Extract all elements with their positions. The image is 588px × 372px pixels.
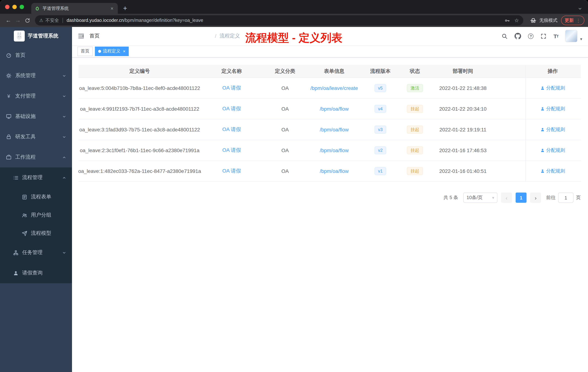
org-tree-icon xyxy=(13,250,19,255)
back-button[interactable]: ← xyxy=(4,16,13,25)
help-icon[interactable]: ? xyxy=(528,33,534,39)
url-text: dashboard.yudao.iocoder.cn/bpm/manager/d… xyxy=(67,18,500,23)
forward-button[interactable]: → xyxy=(13,16,22,25)
sidebar-item-label: 任务管理 xyxy=(22,249,42,256)
chevron-down-icon xyxy=(62,74,66,78)
definition-name-link[interactable]: OA 请假 xyxy=(222,126,241,133)
gear-icon xyxy=(6,73,12,79)
version-badge: v3 xyxy=(374,126,386,134)
chevron-up-icon xyxy=(62,155,66,159)
sidebar: 芋道管理系统 首页 系统管理 ¥ 支付管理 基础设施 xyxy=(0,27,72,372)
tab-overflow-chevron-icon[interactable] xyxy=(578,7,582,11)
sidebar-item-label: 基础设施 xyxy=(15,113,36,120)
deploy-time: 2022-01-16 01:40:51 xyxy=(430,161,496,181)
definition-name-link[interactable]: OA 请假 xyxy=(222,168,241,174)
address-bar[interactable]: ⚠ 不安全 dashboard.yudao.iocoder.cn/bpm/man… xyxy=(35,15,523,25)
tag-label: 首页 xyxy=(81,48,89,54)
definition-id: oa_leave:1:482ec033-762a-11ec-8477-a2380… xyxy=(79,161,201,181)
navbar-actions: ? TT ▾ xyxy=(502,30,582,42)
search-icon[interactable] xyxy=(502,33,508,39)
update-button[interactable]: 更新 ⋮ xyxy=(561,16,584,25)
page-size-select[interactable]: 10条/页 ▾ xyxy=(463,193,497,203)
definition-category: OA xyxy=(262,119,308,140)
omnibox-divider xyxy=(63,18,63,23)
sidebar-item-process-management[interactable]: 流程管理 xyxy=(0,167,72,188)
goto-page-input[interactable] xyxy=(558,193,573,203)
status-badge: 激活 xyxy=(407,84,423,92)
tab-close-icon[interactable]: × xyxy=(110,6,114,11)
assign-rule-button[interactable]: 分配规则 xyxy=(540,85,565,91)
incognito-icon xyxy=(530,17,537,24)
definition-name-link[interactable]: OA 请假 xyxy=(222,85,241,91)
sidebar-item-home[interactable]: 首页 xyxy=(0,45,72,66)
sidebar-item-process-form[interactable]: 流程表单 xyxy=(0,188,72,206)
prev-page-button[interactable]: ‹ xyxy=(501,193,512,203)
sidebar-item-label: 流程管理 xyxy=(22,174,42,181)
chevron-down-icon xyxy=(62,114,66,119)
close-window-button[interactable] xyxy=(5,5,10,9)
browser-toolbar: ← → ⚠ 不安全 dashboard.yudao.iocoder.cn/bpm… xyxy=(0,14,588,27)
sidebar-item-workflow[interactable]: 工作流程 xyxy=(0,147,72,167)
key-icon[interactable] xyxy=(504,17,510,23)
fullscreen-icon[interactable] xyxy=(540,33,546,39)
yen-icon: ¥ xyxy=(6,93,12,99)
column-header: 表单信息 xyxy=(308,65,361,77)
tag-home[interactable]: 首页 xyxy=(77,46,93,56)
page-button-1[interactable]: 1 xyxy=(516,193,526,203)
assign-rule-button[interactable]: 分配规则 xyxy=(540,126,565,133)
next-page-button[interactable]: › xyxy=(530,193,541,203)
sidebar-item-infrastructure[interactable]: 基础设施 xyxy=(0,106,72,127)
breadcrumb-home[interactable]: 首页 xyxy=(89,33,212,39)
form-link[interactable]: /bpm/oa/leave/create xyxy=(310,85,358,91)
definition-name-link[interactable]: OA 请假 xyxy=(222,147,241,153)
sidebar-item-process-model[interactable]: 流程模型 xyxy=(0,224,72,242)
sidebar-item-payment[interactable]: ¥ 支付管理 xyxy=(0,86,72,106)
refresh-button[interactable] xyxy=(22,16,32,25)
minimize-window-button[interactable] xyxy=(12,5,17,9)
form-link[interactable]: /bpm/oa/flow xyxy=(320,147,349,153)
url-domain: dashboard.yudao.iocoder.cn xyxy=(67,18,124,23)
avatar[interactable] xyxy=(565,30,578,42)
assign-rule-button[interactable]: 分配规则 xyxy=(540,168,565,174)
monitor-icon xyxy=(6,114,12,119)
sidebar-item-user-group[interactable]: 用户分组 xyxy=(0,206,72,224)
version-badge: v1 xyxy=(374,167,386,175)
top-navbar: 首页 / 流程定义 ? TT ▾ xyxy=(72,27,588,45)
user-icon xyxy=(13,270,19,276)
hamburger-icon[interactable] xyxy=(78,33,84,39)
logo-row[interactable]: 芋道管理系统 xyxy=(0,27,72,45)
form-link[interactable]: /bpm/oa/flow xyxy=(320,168,349,174)
bookmark-star-icon[interactable]: ☆ xyxy=(514,17,519,23)
sidebar-item-system[interactable]: 系统管理 xyxy=(0,66,72,86)
sidebar-item-dev-tools[interactable]: 研发工具 xyxy=(0,127,72,147)
sidebar-item-task-management[interactable]: 任务管理 xyxy=(0,242,72,263)
sidebar-item-label: 系统管理 xyxy=(15,72,36,79)
github-icon[interactable] xyxy=(514,33,521,39)
deploy-time: 2022-01-22 20:34:10 xyxy=(430,99,496,119)
sidebar-item-label: 工作流程 xyxy=(15,154,36,161)
new-tab-button[interactable]: + xyxy=(120,3,130,13)
table-row: oa_leave:3:1fad3d93-7b75-11ec-a3c8-acde4… xyxy=(79,119,581,140)
update-label: 更新 xyxy=(565,17,574,23)
form-link[interactable]: /bpm/oa/flow xyxy=(320,127,349,132)
definition-name-link[interactable]: OA 请假 xyxy=(222,106,241,112)
warning-icon[interactable]: ⚠ xyxy=(39,18,43,23)
sidebar-item-leave-query[interactable]: 请假查询 xyxy=(0,263,72,283)
assign-rule-button[interactable]: 分配规则 xyxy=(540,147,565,153)
tag-process-definition[interactable]: 流程定义 × xyxy=(95,46,129,56)
assign-rule-button[interactable]: 分配规则 xyxy=(540,106,565,112)
zoom-window-button[interactable] xyxy=(20,5,24,9)
browser-tab[interactable]: 芋道管理系统 × xyxy=(31,3,118,14)
browser-tab-strip: 芋道管理系统 × + xyxy=(0,0,588,14)
briefcase-icon xyxy=(6,154,12,160)
status-badge: 挂起 xyxy=(407,146,423,154)
kebab-menu-icon[interactable]: ⋮ xyxy=(576,18,581,23)
font-size-icon[interactable]: TT xyxy=(554,33,558,39)
tag-close-icon[interactable]: × xyxy=(123,49,126,54)
active-dot xyxy=(98,50,101,53)
logo-avatar xyxy=(14,31,25,42)
breadcrumb-current: 流程定义 xyxy=(220,33,282,39)
deploy-time: 2022-01-22 21:48:38 xyxy=(430,78,496,98)
caret-down-icon[interactable]: ▾ xyxy=(580,37,582,42)
form-link[interactable]: /bpm/oa/flow xyxy=(320,106,349,112)
